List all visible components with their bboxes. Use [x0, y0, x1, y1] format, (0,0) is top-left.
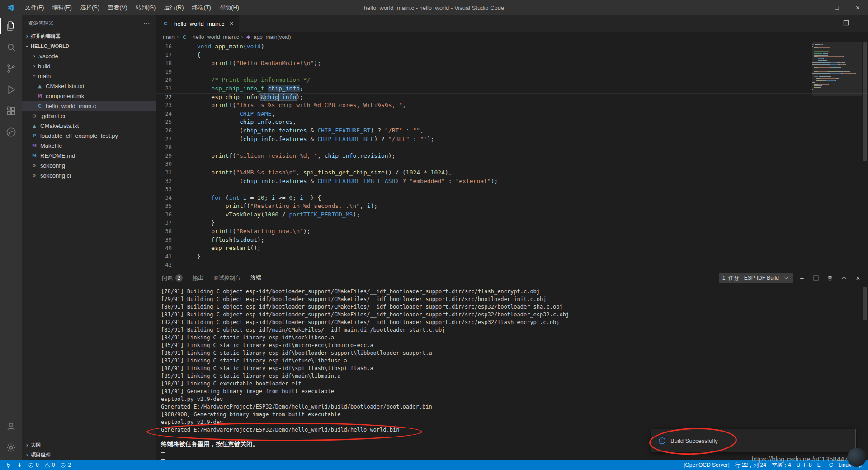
code-line[interactable]: 30	[156, 160, 868, 169]
close-panel-icon[interactable]: ×	[854, 273, 863, 283]
code-line[interactable]: 18 printf("Hello DaoBanMoJie!\n");	[156, 59, 868, 68]
tree-item-loadable_elf_example_test.py[interactable]: Ploadable_elf_example_test.py	[22, 131, 156, 141]
espressif-icon[interactable]	[0, 122, 22, 143]
tab-close-icon[interactable]: ×	[230, 20, 233, 27]
close-button[interactable]: ×	[847, 0, 868, 15]
code-line[interactable]: 23 printf("This is %s chip with %d CPU c…	[156, 101, 868, 110]
search-icon[interactable]	[0, 37, 22, 58]
menu-item[interactable]: 帮助(H)	[215, 0, 243, 15]
tree-item-README.md[interactable]: MREADME.md	[22, 150, 156, 160]
code-line[interactable]: 19	[156, 68, 868, 76]
breadcrumb-item[interactable]: hello_world_main.c	[193, 34, 239, 40]
extensions-icon[interactable]	[0, 100, 22, 122]
tree-item-.gdbinit.ci[interactable]: ⚙.gdbinit.ci	[22, 111, 156, 121]
status-problems-errors[interactable]: 0	[25, 460, 42, 470]
minimap[interactable]	[812, 43, 862, 92]
code-line[interactable]: 29 printf("silicon revision %d, ", chip_…	[156, 152, 868, 160]
tree-item-hello_world_main.c[interactable]: Chello_world_main.c	[22, 101, 156, 111]
status-openocd-server[interactable]: [OpenOCD Server]	[681, 460, 732, 470]
kill-terminal-icon[interactable]	[826, 273, 835, 283]
project-root-section[interactable]: › HELLO_WORLD	[22, 41, 156, 51]
code-line[interactable]: 39 fflush(stdout);	[156, 236, 868, 244]
menu-item[interactable]: 终端(T)	[188, 0, 215, 15]
code-text: {	[197, 51, 201, 60]
source-control-icon[interactable]	[0, 58, 22, 79]
code-line[interactable]: 31 printf("%dMB %s flash\n", spi_flash_g…	[156, 169, 868, 177]
code-line[interactable]: 28	[156, 143, 868, 152]
sidebar-section-大纲[interactable]: ›大纲	[22, 440, 156, 450]
code-line[interactable]: 25 chip_info.cores,	[156, 118, 868, 127]
code-line[interactable]: 16void app_main(void)	[156, 42, 868, 51]
menu-item[interactable]: 编辑(E)	[48, 0, 76, 15]
settings-icon[interactable]	[0, 437, 22, 458]
menu-item[interactable]: 转到(G)	[132, 0, 160, 15]
code-line[interactable]: 38 printf("Restarting now.\n");	[156, 227, 868, 236]
code-line[interactable]: 27 (chip_info.features & CHIP_FEATURE_BL…	[156, 135, 868, 144]
status-problems-warnings[interactable]: 0	[42, 460, 58, 470]
code-text: printf("Restarting in %d seconds...\n", …	[197, 202, 377, 211]
new-terminal-icon[interactable]: +	[797, 273, 807, 283]
status-esp-flash[interactable]	[14, 460, 25, 470]
status-esp-device[interactable]	[3, 460, 14, 470]
tree-item-sdkconfig[interactable]: ⚙sdkconfig	[22, 160, 156, 170]
tree-item-Makefile[interactable]: MMakefile	[22, 141, 156, 150]
code-line[interactable]: 40 esp_restart();	[156, 244, 868, 253]
minimize-button[interactable]: ─	[806, 0, 826, 15]
explorer-icon[interactable]	[0, 15, 22, 37]
sidebar-section-项目组件[interactable]: ›项目组件	[22, 450, 156, 460]
code-line[interactable]: 24 CHIP_NAME,	[156, 110, 868, 118]
tree-item-component.mk[interactable]: Mcomponent.mk	[22, 91, 156, 101]
code-line[interactable]: 41}	[156, 253, 868, 261]
maximize-panel-icon[interactable]	[840, 273, 849, 283]
code-line[interactable]: 33	[156, 185, 868, 194]
panel-scrollbar[interactable]	[863, 287, 867, 320]
code-line[interactable]: 17{	[156, 51, 868, 60]
split-editor-icon[interactable]	[843, 19, 849, 28]
account-icon[interactable]	[0, 416, 22, 437]
code-line[interactable]: 42	[156, 261, 868, 269]
notification-toast[interactable]: Build Successfully	[651, 429, 856, 452]
panel-tab-终端[interactable]: 终端	[250, 273, 261, 283]
split-terminal-icon[interactable]	[811, 273, 821, 283]
code-line[interactable]: 35 printf("Restarting in %d seconds...\n…	[156, 202, 868, 211]
editor-scrollbar[interactable]	[862, 42, 868, 270]
config-file-icon: ⚙	[31, 173, 38, 178]
maximize-button[interactable]: □	[826, 0, 847, 15]
tree-item-CMakeLists.txt[interactable]: ▲CMakeLists.txt	[22, 81, 156, 91]
code-line[interactable]: 32 (chip_info.features & CHIP_FEATURE_EM…	[156, 177, 868, 186]
code-line[interactable]: 37 }	[156, 219, 868, 227]
breadcrumb-item[interactable]: main	[163, 34, 175, 40]
tree-item-sdkconfig.ci[interactable]: ⚙sdkconfig.ci	[22, 170, 156, 180]
tree-item-.vscode[interactable]: ›.vscode	[22, 51, 156, 61]
code-editor[interactable]: 16void app_main(void)17{18 printf("Hello…	[156, 42, 868, 270]
more-actions-icon[interactable]: ⋯	[856, 20, 862, 27]
code-line[interactable]: 20 /* Print chip information */	[156, 76, 868, 85]
status-ports[interactable]: 2	[57, 460, 74, 470]
chevron-right-icon: ›	[31, 53, 38, 59]
menu-item[interactable]: 选择(S)	[76, 0, 104, 15]
code-line[interactable]: 34 for (int i = 10; i >= 0; i--) {	[156, 194, 868, 202]
panel-tab-输出[interactable]: 输出	[193, 273, 203, 283]
terminal-picker[interactable]: 1: 任务 - ESP-IDF Build	[719, 273, 793, 283]
sidebar-more-actions-icon[interactable]: ⋯	[143, 19, 151, 28]
tree-item-build[interactable]: ›build	[22, 61, 156, 71]
breadcrumb-symbol[interactable]: app_main(void)	[254, 34, 291, 40]
code-line[interactable]: 22 esp_chip_info(&chip_info);	[156, 93, 868, 102]
tree-item-CMakeLists.txt[interactable]: ▲CMakeLists.txt	[22, 121, 156, 131]
config-file-icon: ⚙	[31, 113, 38, 118]
code-line[interactable]: 36 vTaskDelay(1000 / portTICK_PERIOD_MS)…	[156, 211, 868, 219]
menu-item[interactable]: 查看(V)	[104, 0, 131, 15]
panel-tab-问题[interactable]: 问题2	[162, 273, 183, 283]
panel-tab-调试控制台[interactable]: 调试控制台	[213, 273, 241, 283]
chevron-right-icon: ›	[24, 452, 31, 458]
code-lines: 16void app_main(void)17{18 printf("Hello…	[156, 42, 868, 270]
code-text: printf("This is %s chip with %d CPU core…	[197, 101, 406, 110]
menu-item[interactable]: 运行(R)	[160, 0, 188, 15]
run-debug-icon[interactable]	[0, 79, 22, 100]
code-line[interactable]: 21 esp_chip_info_t chip_info;	[156, 85, 868, 93]
open-editors-section[interactable]: › 打开的编辑器	[22, 31, 156, 41]
editor-tab[interactable]: C hello_world_main.c ×	[156, 15, 239, 32]
menu-item[interactable]: 文件(F)	[21, 0, 48, 15]
tree-item-main[interactable]: ›main	[22, 71, 156, 81]
code-line[interactable]: 26 (chip_info.features & CHIP_FEATURE_BT…	[156, 127, 868, 135]
